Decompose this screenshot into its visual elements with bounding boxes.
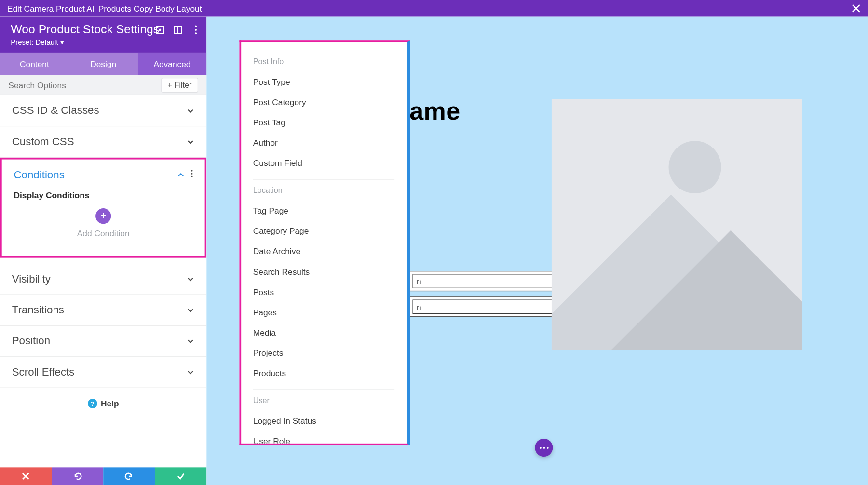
divider <box>253 179 394 179</box>
svg-point-6 <box>195 32 197 34</box>
popover-group-title: Post Info <box>253 57 394 66</box>
popover-item[interactable]: Media <box>249 323 398 343</box>
popover-item[interactable]: Tag Page <box>249 201 398 221</box>
acc-position[interactable]: Position <box>0 326 206 357</box>
svg-point-9 <box>191 176 192 177</box>
acc-custom-css[interactable]: Custom CSS <box>0 126 206 157</box>
chevron-down-icon <box>186 337 194 345</box>
popover-item[interactable]: Search Results <box>249 261 398 282</box>
filter-button[interactable]: + Filter <box>161 78 198 93</box>
popover-item[interactable]: Projects <box>249 343 398 363</box>
chevron-down-icon <box>186 306 194 314</box>
acc-css-id[interactable]: CSS ID & Classes <box>0 95 206 126</box>
svg-point-8 <box>191 173 192 175</box>
acc-transitions[interactable]: Transitions <box>0 295 206 326</box>
help-icon: ? <box>88 399 97 408</box>
page-actions-fab[interactable] <box>535 439 553 457</box>
top-bar-title: Edit Camera Product All Products Copy Bo… <box>7 3 202 13</box>
popover-item[interactable]: Logged In Status <box>249 411 398 431</box>
left-panel: Woo Product Stock Settings Preset: Defau… <box>0 17 206 485</box>
settings-title: Woo Product Stock Settings <box>11 23 159 36</box>
display-conditions-label: Display Conditions <box>14 190 192 200</box>
popover-item[interactable]: Post Category <box>249 92 398 112</box>
chevron-down-icon <box>186 275 194 283</box>
popover-group-title: User <box>253 396 394 405</box>
popover-group-title: Location <box>253 186 394 195</box>
redo-button[interactable] <box>103 467 155 485</box>
chevron-up-icon <box>176 171 185 179</box>
footer <box>0 467 206 485</box>
chevron-down-icon <box>186 368 194 376</box>
conditions-popover: Post InfoPost TypePost CategoryPost TagA… <box>239 40 410 445</box>
help-label: Help <box>101 399 119 408</box>
divider <box>253 389 394 390</box>
search-row: + Filter <box>0 75 206 95</box>
tab-content[interactable]: Content <box>0 53 69 75</box>
expand-icon[interactable] <box>155 25 165 35</box>
save-button[interactable] <box>155 467 206 485</box>
svg-point-7 <box>191 170 192 171</box>
more-vert-icon[interactable] <box>191 170 193 180</box>
popover-item[interactable]: Category Page <box>249 221 398 241</box>
top-bar: Edit Camera Product All Products Copy Bo… <box>0 0 868 17</box>
product-title: ame <box>409 97 460 125</box>
chevron-down-icon <box>186 137 194 146</box>
tab-advanced[interactable]: Advanced <box>138 53 207 75</box>
add-condition-button[interactable]: + <box>95 208 111 224</box>
popover-item[interactable]: Date Archive <box>249 241 398 261</box>
svg-point-5 <box>195 29 197 31</box>
tab-design[interactable]: Design <box>69 53 138 75</box>
popover-item[interactable]: Post Type <box>249 72 398 92</box>
popover-item[interactable]: Posts <box>249 282 398 302</box>
acc-scroll-effects[interactable]: Scroll Effects <box>0 357 206 388</box>
tabs: Content Design Advanced <box>0 53 206 75</box>
filter-label: Filter <box>175 81 192 90</box>
more-vert-icon[interactable] <box>191 25 201 35</box>
popover-item[interactable]: Author <box>249 133 398 153</box>
canvas: ame sectetur adipiscing elit. ehicula. S… <box>206 17 868 485</box>
popover-item[interactable]: Custom Field <box>249 153 398 173</box>
add-condition-label: Add Condition <box>77 229 130 238</box>
svg-point-1 <box>159 28 161 31</box>
close-icon[interactable] <box>851 3 861 13</box>
chevron-down-icon <box>186 107 194 115</box>
acc-visibility[interactable]: Visibility <box>0 264 206 295</box>
svg-point-4 <box>195 25 197 27</box>
acc-conditions[interactable]: Conditions <box>2 160 205 190</box>
columns-icon[interactable] <box>173 25 183 35</box>
settings-bar: Woo Product Stock Settings Preset: Defau… <box>0 17 206 53</box>
undo-button[interactable] <box>52 467 103 485</box>
popover-item[interactable]: Pages <box>249 302 398 322</box>
search-input[interactable] <box>8 81 116 90</box>
discard-button[interactable] <box>0 467 52 485</box>
image-placeholder <box>552 99 802 350</box>
popover-item[interactable]: Post Tag <box>249 112 398 133</box>
popover-item[interactable]: User Role <box>249 431 398 444</box>
popover-item[interactable]: Products <box>249 363 398 383</box>
help-row[interactable]: ? Help <box>0 388 206 419</box>
conditions-section: Conditions Display Conditions + Add Cond… <box>0 158 206 258</box>
preset-label[interactable]: Preset: Default ▾ <box>11 38 159 46</box>
